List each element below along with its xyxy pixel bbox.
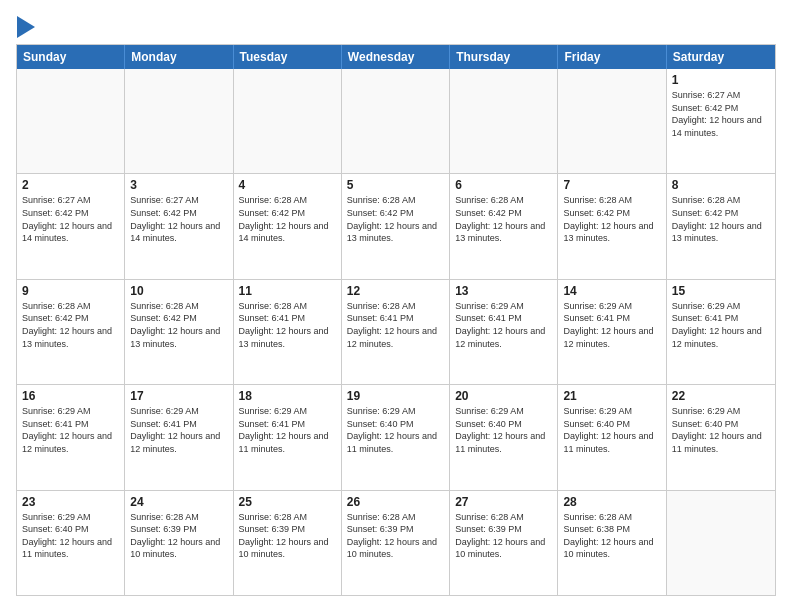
cal-cell: 5Sunrise: 6:28 AM Sunset: 6:42 PM Daylig… <box>342 174 450 278</box>
day-number: 11 <box>239 284 336 298</box>
cell-text: Sunrise: 6:28 AM Sunset: 6:38 PM Dayligh… <box>563 512 653 560</box>
day-number: 4 <box>239 178 336 192</box>
day-number: 14 <box>563 284 660 298</box>
cell-text: Sunrise: 6:29 AM Sunset: 6:41 PM Dayligh… <box>239 406 329 454</box>
cal-cell: 20Sunrise: 6:29 AM Sunset: 6:40 PM Dayli… <box>450 385 558 489</box>
cell-text: Sunrise: 6:28 AM Sunset: 6:42 PM Dayligh… <box>672 195 762 243</box>
cal-cell: 17Sunrise: 6:29 AM Sunset: 6:41 PM Dayli… <box>125 385 233 489</box>
cell-text: Sunrise: 6:27 AM Sunset: 6:42 PM Dayligh… <box>672 90 762 138</box>
cal-cell <box>342 69 450 173</box>
cell-text: Sunrise: 6:29 AM Sunset: 6:40 PM Dayligh… <box>347 406 437 454</box>
day-number: 15 <box>672 284 770 298</box>
logo <box>16 16 37 34</box>
cal-week-1: 1Sunrise: 6:27 AM Sunset: 6:42 PM Daylig… <box>17 69 775 174</box>
cal-cell: 8Sunrise: 6:28 AM Sunset: 6:42 PM Daylig… <box>667 174 775 278</box>
cal-cell <box>450 69 558 173</box>
cell-text: Sunrise: 6:27 AM Sunset: 6:42 PM Dayligh… <box>130 195 220 243</box>
day-number: 21 <box>563 389 660 403</box>
cell-text: Sunrise: 6:28 AM Sunset: 6:41 PM Dayligh… <box>347 301 437 349</box>
cal-cell: 24Sunrise: 6:28 AM Sunset: 6:39 PM Dayli… <box>125 491 233 595</box>
cal-cell <box>234 69 342 173</box>
cell-text: Sunrise: 6:28 AM Sunset: 6:39 PM Dayligh… <box>239 512 329 560</box>
cell-text: Sunrise: 6:28 AM Sunset: 6:42 PM Dayligh… <box>22 301 112 349</box>
day-number: 3 <box>130 178 227 192</box>
day-number: 24 <box>130 495 227 509</box>
cal-cell: 14Sunrise: 6:29 AM Sunset: 6:41 PM Dayli… <box>558 280 666 384</box>
cell-text: Sunrise: 6:28 AM Sunset: 6:42 PM Dayligh… <box>347 195 437 243</box>
day-number: 12 <box>347 284 444 298</box>
cell-text: Sunrise: 6:28 AM Sunset: 6:42 PM Dayligh… <box>130 301 220 349</box>
cal-cell: 16Sunrise: 6:29 AM Sunset: 6:41 PM Dayli… <box>17 385 125 489</box>
cal-cell: 25Sunrise: 6:28 AM Sunset: 6:39 PM Dayli… <box>234 491 342 595</box>
day-number: 25 <box>239 495 336 509</box>
day-number: 9 <box>22 284 119 298</box>
page: SundayMondayTuesdayWednesdayThursdayFrid… <box>0 0 792 612</box>
logo-icon <box>17 16 35 38</box>
cal-cell: 2Sunrise: 6:27 AM Sunset: 6:42 PM Daylig… <box>17 174 125 278</box>
cal-header-monday: Monday <box>125 45 233 69</box>
cell-text: Sunrise: 6:28 AM Sunset: 6:42 PM Dayligh… <box>563 195 653 243</box>
cal-cell: 4Sunrise: 6:28 AM Sunset: 6:42 PM Daylig… <box>234 174 342 278</box>
day-number: 8 <box>672 178 770 192</box>
cal-cell <box>667 491 775 595</box>
cal-week-5: 23Sunrise: 6:29 AM Sunset: 6:40 PM Dayli… <box>17 491 775 595</box>
cal-cell: 27Sunrise: 6:28 AM Sunset: 6:39 PM Dayli… <box>450 491 558 595</box>
cal-header-tuesday: Tuesday <box>234 45 342 69</box>
cal-cell: 26Sunrise: 6:28 AM Sunset: 6:39 PM Dayli… <box>342 491 450 595</box>
cal-cell: 10Sunrise: 6:28 AM Sunset: 6:42 PM Dayli… <box>125 280 233 384</box>
cell-text: Sunrise: 6:28 AM Sunset: 6:39 PM Dayligh… <box>347 512 437 560</box>
cal-cell: 3Sunrise: 6:27 AM Sunset: 6:42 PM Daylig… <box>125 174 233 278</box>
cal-header-thursday: Thursday <box>450 45 558 69</box>
svg-marker-0 <box>17 16 35 38</box>
cal-cell: 1Sunrise: 6:27 AM Sunset: 6:42 PM Daylig… <box>667 69 775 173</box>
cal-cell <box>558 69 666 173</box>
day-number: 7 <box>563 178 660 192</box>
cell-text: Sunrise: 6:28 AM Sunset: 6:42 PM Dayligh… <box>455 195 545 243</box>
cal-cell: 12Sunrise: 6:28 AM Sunset: 6:41 PM Dayli… <box>342 280 450 384</box>
day-number: 6 <box>455 178 552 192</box>
cal-header-saturday: Saturday <box>667 45 775 69</box>
cell-text: Sunrise: 6:29 AM Sunset: 6:41 PM Dayligh… <box>563 301 653 349</box>
cal-header-friday: Friday <box>558 45 666 69</box>
cell-text: Sunrise: 6:28 AM Sunset: 6:39 PM Dayligh… <box>455 512 545 560</box>
cal-week-2: 2Sunrise: 6:27 AM Sunset: 6:42 PM Daylig… <box>17 174 775 279</box>
day-number: 28 <box>563 495 660 509</box>
cell-text: Sunrise: 6:27 AM Sunset: 6:42 PM Dayligh… <box>22 195 112 243</box>
day-number: 26 <box>347 495 444 509</box>
cal-cell <box>125 69 233 173</box>
header <box>16 16 776 34</box>
day-number: 18 <box>239 389 336 403</box>
cal-cell: 28Sunrise: 6:28 AM Sunset: 6:38 PM Dayli… <box>558 491 666 595</box>
day-number: 22 <box>672 389 770 403</box>
cell-text: Sunrise: 6:29 AM Sunset: 6:41 PM Dayligh… <box>455 301 545 349</box>
cal-header-sunday: Sunday <box>17 45 125 69</box>
calendar-body: 1Sunrise: 6:27 AM Sunset: 6:42 PM Daylig… <box>17 69 775 595</box>
cell-text: Sunrise: 6:29 AM Sunset: 6:41 PM Dayligh… <box>130 406 220 454</box>
cell-text: Sunrise: 6:29 AM Sunset: 6:41 PM Dayligh… <box>22 406 112 454</box>
day-number: 10 <box>130 284 227 298</box>
cal-cell: 13Sunrise: 6:29 AM Sunset: 6:41 PM Dayli… <box>450 280 558 384</box>
cal-week-4: 16Sunrise: 6:29 AM Sunset: 6:41 PM Dayli… <box>17 385 775 490</box>
cal-cell: 11Sunrise: 6:28 AM Sunset: 6:41 PM Dayli… <box>234 280 342 384</box>
cal-cell: 19Sunrise: 6:29 AM Sunset: 6:40 PM Dayli… <box>342 385 450 489</box>
cal-cell: 7Sunrise: 6:28 AM Sunset: 6:42 PM Daylig… <box>558 174 666 278</box>
cell-text: Sunrise: 6:28 AM Sunset: 6:39 PM Dayligh… <box>130 512 220 560</box>
cal-cell: 15Sunrise: 6:29 AM Sunset: 6:41 PM Dayli… <box>667 280 775 384</box>
cell-text: Sunrise: 6:29 AM Sunset: 6:41 PM Dayligh… <box>672 301 762 349</box>
cal-cell: 6Sunrise: 6:28 AM Sunset: 6:42 PM Daylig… <box>450 174 558 278</box>
cal-cell <box>17 69 125 173</box>
cal-cell: 23Sunrise: 6:29 AM Sunset: 6:40 PM Dayli… <box>17 491 125 595</box>
cal-cell: 22Sunrise: 6:29 AM Sunset: 6:40 PM Dayli… <box>667 385 775 489</box>
day-number: 13 <box>455 284 552 298</box>
cal-week-3: 9Sunrise: 6:28 AM Sunset: 6:42 PM Daylig… <box>17 280 775 385</box>
calendar-header-row: SundayMondayTuesdayWednesdayThursdayFrid… <box>17 45 775 69</box>
cal-cell: 21Sunrise: 6:29 AM Sunset: 6:40 PM Dayli… <box>558 385 666 489</box>
cell-text: Sunrise: 6:29 AM Sunset: 6:40 PM Dayligh… <box>563 406 653 454</box>
day-number: 17 <box>130 389 227 403</box>
cal-cell: 9Sunrise: 6:28 AM Sunset: 6:42 PM Daylig… <box>17 280 125 384</box>
day-number: 23 <box>22 495 119 509</box>
day-number: 2 <box>22 178 119 192</box>
cal-header-wednesday: Wednesday <box>342 45 450 69</box>
cell-text: Sunrise: 6:28 AM Sunset: 6:41 PM Dayligh… <box>239 301 329 349</box>
day-number: 19 <box>347 389 444 403</box>
